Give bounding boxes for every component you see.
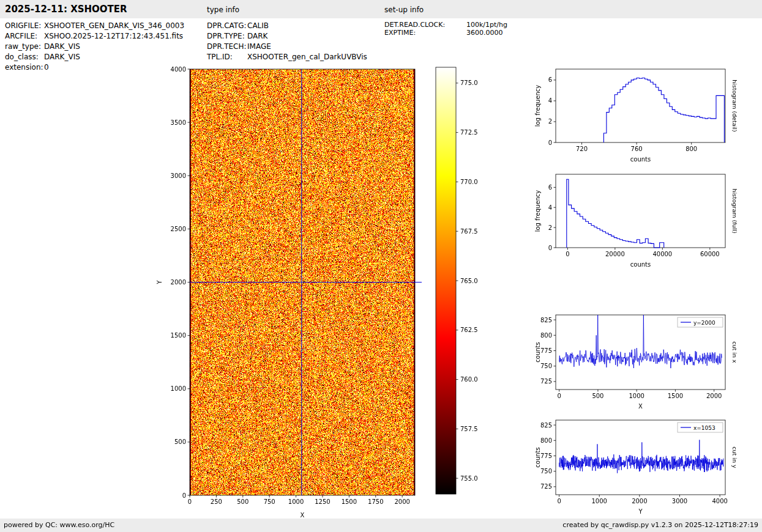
svg-text:755.0: 755.0 — [460, 475, 478, 482]
svg-text:0: 0 — [188, 498, 192, 505]
svg-text:X: X — [301, 512, 305, 519]
svg-text:0: 0 — [557, 498, 561, 504]
powered-by-text: powered by QC: www.eso.org/HC — [4, 521, 114, 529]
svg-text:1500: 1500 — [342, 498, 357, 505]
svg-text:cut in y: cut in y — [731, 446, 738, 468]
type-info-row: TPL.ID: XSHOOTER_gen_cal_DarkUVBVis — [207, 52, 367, 62]
setup-info-block: DET.READ.CLOCK: 100k/1pt/hg EXPTIME: 360… — [384, 21, 507, 37]
svg-text:725: 725 — [540, 378, 552, 385]
dpr-catg-label: DPR.CATG: — [207, 21, 247, 31]
svg-text:4: 4 — [548, 204, 552, 211]
exptime-label: EXPTIME: — [384, 29, 466, 37]
svg-text:757.5: 757.5 — [460, 426, 478, 432]
svg-text:800: 800 — [540, 332, 552, 339]
svg-text:1000: 1000 — [629, 393, 644, 399]
page-title: 2025-12-11: XSHOOTER — [5, 4, 127, 15]
file-info-block: ORIGFILE: XSHOOTER_GEN_DARK_VIS_346_0003… — [5, 21, 184, 73]
svg-text:6: 6 — [548, 184, 552, 191]
type-info-row: DPR.CATG: CALIB — [207, 21, 367, 31]
tpl-id-label: TPL.ID: — [207, 52, 247, 62]
svg-text:0: 0 — [566, 251, 569, 257]
footer-bar: powered by QC: www.eso.org/HC created by… — [0, 519, 762, 532]
svg-text:775: 775 — [540, 453, 552, 459]
svg-text:1500: 1500 — [668, 393, 683, 399]
svg-text:760: 760 — [631, 146, 643, 152]
svg-text:counts: counts — [534, 447, 541, 467]
svg-text:2000: 2000 — [632, 498, 647, 504]
setup-info-row: DET.READ.CLOCK: 100k/1pt/hg — [384, 21, 507, 29]
svg-text:770.0: 770.0 — [460, 179, 478, 185]
svg-text:Y: Y — [638, 508, 643, 515]
exptime-value: 3600.0000 — [466, 29, 503, 37]
svg-text:histogram (full): histogram (full) — [731, 188, 738, 233]
svg-text:800: 800 — [540, 437, 552, 444]
file-info-row: extension: 0 — [5, 62, 184, 73]
doclass-label: do_class: — [5, 52, 44, 62]
svg-text:Y: Y — [156, 280, 163, 285]
svg-text:6: 6 — [548, 76, 552, 83]
svg-text:2: 2 — [548, 118, 552, 125]
qc-report-page: 2025-12-11: XSHOOTER type info set-up in… — [0, 0, 762, 532]
type-info-heading: type info — [207, 6, 239, 14]
svg-text:X: X — [638, 403, 643, 410]
svg-text:log frequency: log frequency — [534, 85, 541, 127]
file-info-row: ORIGFILE: XSHOOTER_GEN_DARK_VIS_346_0003 — [5, 21, 184, 31]
svg-text:1000: 1000 — [591, 498, 607, 504]
svg-text:0: 0 — [558, 393, 561, 399]
svg-text:cut in x: cut in x — [731, 341, 738, 363]
svg-text:500: 500 — [592, 393, 603, 399]
svg-text:775: 775 — [540, 347, 552, 354]
det-read-clock-value: 100k/1pt/hg — [466, 21, 507, 29]
svg-text:4: 4 — [548, 97, 552, 104]
svg-text:760.0: 760.0 — [460, 376, 478, 383]
svg-text:1000: 1000 — [171, 385, 186, 392]
svg-text:log frequency: log frequency — [534, 190, 541, 232]
svg-text:1000: 1000 — [288, 498, 304, 505]
type-info-row: DPR.TYPE: DARK — [207, 31, 367, 42]
dpr-type-value: DARK — [247, 31, 267, 42]
svg-text:750: 750 — [540, 468, 552, 475]
setup-info-row: EXPTIME: 3600.0000 — [384, 29, 507, 37]
doclass-value: DARK_VIS — [44, 52, 80, 62]
svg-text:1500: 1500 — [171, 332, 186, 339]
svg-text:y=2000: y=2000 — [693, 320, 715, 326]
svg-text:720: 720 — [576, 146, 588, 152]
origfile-value: XSHOOTER_GEN_DARK_VIS_346_0003 — [44, 21, 184, 31]
svg-text:1750: 1750 — [368, 498, 383, 505]
file-info-row: ARCFILE: XSHOO.2025-12-12T17:12:43.451.f… — [5, 31, 184, 42]
svg-text:0: 0 — [548, 245, 552, 251]
arcfile-value: XSHOO.2025-12-12T17:12:43.451.fits — [44, 31, 183, 42]
svg-text:825: 825 — [540, 422, 552, 429]
svg-text:2500: 2500 — [171, 226, 186, 232]
file-info-row: raw_type: DARK_VIS — [5, 42, 184, 52]
svg-text:0: 0 — [182, 492, 186, 499]
detector-image — [190, 69, 415, 495]
svg-text:725: 725 — [540, 483, 552, 490]
svg-text:2: 2 — [548, 224, 552, 231]
dpr-tech-label: DPR.TECH: — [207, 42, 247, 52]
created-by-text: created by qc_rawdisp.py v1.2.3 on 2025-… — [562, 521, 758, 529]
svg-text:2000: 2000 — [706, 393, 722, 399]
svg-text:800: 800 — [685, 146, 697, 152]
setup-info-heading: set-up info — [384, 6, 424, 14]
svg-text:1250: 1250 — [315, 498, 330, 505]
svg-text:3000: 3000 — [672, 498, 687, 504]
tpl-id-value: XSHOOTER_gen_cal_DarkUVBVis — [247, 52, 367, 62]
svg-text:x=1053: x=1053 — [693, 425, 715, 431]
origfile-label: ORIGFILE: — [5, 21, 44, 31]
svg-text:40000: 40000 — [652, 251, 672, 257]
svg-text:3500: 3500 — [171, 119, 186, 126]
svg-text:4000: 4000 — [712, 498, 727, 504]
rawtype-value: DARK_VIS — [44, 42, 80, 52]
header-bar: 2025-12-11: XSHOOTER type info set-up in… — [0, 0, 762, 18]
dpr-catg-value: CALIB — [247, 21, 269, 31]
svg-text:750: 750 — [540, 363, 552, 369]
rawtype-label: raw_type: — [5, 42, 44, 52]
file-info-row: do_class: DARK_VIS — [5, 52, 184, 62]
svg-text:825: 825 — [540, 317, 552, 323]
svg-text:250: 250 — [211, 498, 222, 505]
svg-text:counts: counts — [534, 342, 541, 362]
det-read-clock-label: DET.READ.CLOCK: — [384, 21, 466, 29]
dpr-type-label: DPR.TYPE: — [207, 31, 247, 42]
svg-text:3000: 3000 — [171, 172, 186, 179]
